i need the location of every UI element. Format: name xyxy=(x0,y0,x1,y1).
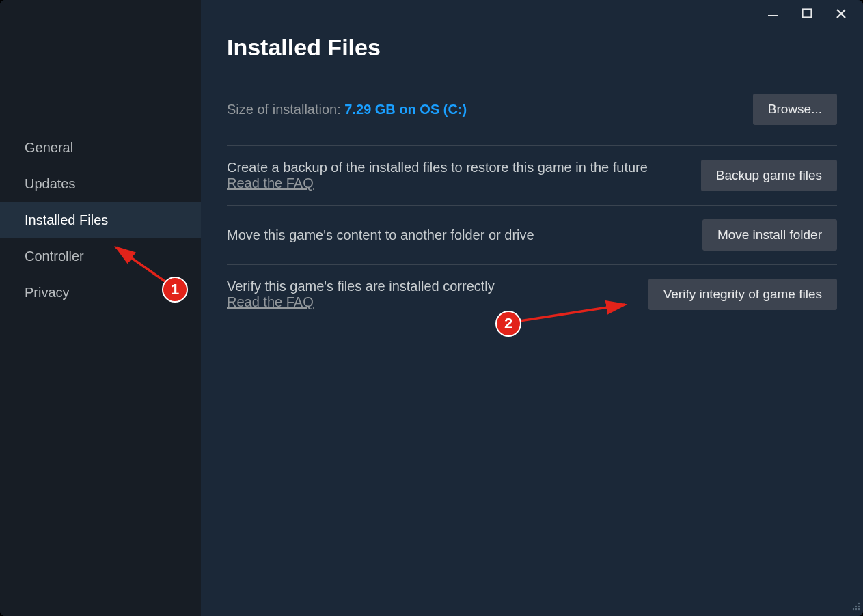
verify-faq-link[interactable]: Read the FAQ xyxy=(227,294,314,309)
titlebar xyxy=(763,0,863,27)
sidebar-item-updates[interactable]: Updates xyxy=(0,166,201,202)
sidebar-item-privacy[interactable]: Privacy xyxy=(0,275,201,311)
backup-section: Create a backup of the installed files t… xyxy=(227,145,837,205)
properties-window: General Updates Installed Files Controll… xyxy=(0,0,863,616)
sidebar-item-installed-files[interactable]: Installed Files xyxy=(0,202,201,238)
sidebar: General Updates Installed Files Controll… xyxy=(0,0,201,616)
installation-size-label: Size of installation: 7.29 GB on OS (C:) xyxy=(227,102,467,117)
svg-point-5 xyxy=(855,606,857,607)
svg-point-9 xyxy=(858,608,860,610)
svg-point-7 xyxy=(853,608,854,610)
move-description: Move this game's content to another fold… xyxy=(227,227,534,243)
verify-integrity-button[interactable]: Verify integrity of game files xyxy=(648,279,837,310)
svg-point-4 xyxy=(858,603,860,604)
maximize-button[interactable] xyxy=(797,4,817,23)
backup-description: Create a backup of the installed files t… xyxy=(227,160,648,176)
minimize-button[interactable] xyxy=(763,4,782,23)
svg-rect-1 xyxy=(803,10,812,18)
svg-point-6 xyxy=(858,606,860,607)
verify-section: Verify this game's files are installed c… xyxy=(227,264,837,324)
resize-grip-icon[interactable] xyxy=(848,601,860,613)
sidebar-item-general[interactable]: General xyxy=(0,130,201,166)
installation-size-row: Size of installation: 7.29 GB on OS (C:)… xyxy=(227,94,837,125)
content-pane: Installed Files Size of installation: 7.… xyxy=(201,0,863,616)
backup-game-files-button[interactable]: Backup game files xyxy=(701,160,837,191)
browse-button[interactable]: Browse... xyxy=(753,94,837,125)
verify-description: Verify this game's files are installed c… xyxy=(227,279,495,294)
backup-faq-link[interactable]: Read the FAQ xyxy=(227,176,314,191)
page-title: Installed Files xyxy=(227,34,837,61)
svg-point-8 xyxy=(855,608,857,610)
close-button[interactable] xyxy=(832,4,851,23)
move-section: Move this game's content to another fold… xyxy=(227,205,837,264)
installation-size-value: 7.29 GB on OS (C:) xyxy=(344,102,467,117)
sidebar-item-controller[interactable]: Controller xyxy=(0,238,201,275)
move-install-folder-button[interactable]: Move install folder xyxy=(702,219,837,251)
